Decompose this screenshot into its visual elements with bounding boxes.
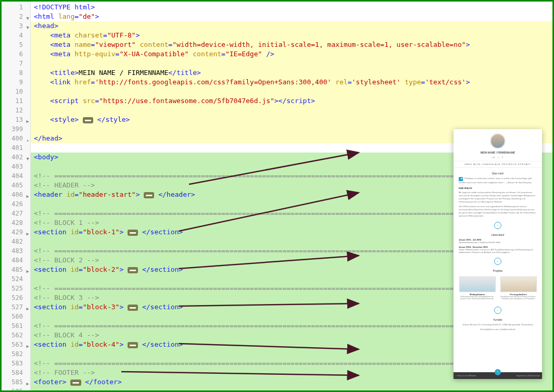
line-number: 429▶ [2,227,30,237]
code-line[interactable] [31,87,552,96]
code-line[interactable]: <title>MEIN NAME / FIRMENNAME</title> [31,68,552,78]
line-number: 4 [2,31,30,40]
divider-icon: ◦ [494,222,501,229]
line-number: 427 [2,209,30,218]
line-number: 8 [2,68,30,78]
line-number: 6 [2,49,30,59]
sub-text2: Seit 1999 erarbeite ich neue und ungewöh… [459,205,537,218]
line-number: 400▴ [2,134,30,143]
project-image [500,276,537,292]
line-number: 524 [2,274,30,284]
code-line[interactable]: <!DOCTYPE html> [31,3,552,12]
line-number: 485▶ [2,265,30,274]
line-number: 9 [2,78,30,87]
line-number: 1 [2,3,30,12]
code-line[interactable]: <meta name="viewport" content="width=dev… [31,40,552,49]
projects-row: Webapplikation Webanwendung einer Webapp… [454,274,542,302]
section-title-contact: Kontakt [454,318,542,321]
line-number: 426 [2,199,30,209]
line-number: 405 [2,181,30,190]
fold-badge[interactable]: ▬▬ [128,342,138,348]
gutter: 12▼3▼45678910111213▶399400▴401402▼403404… [2,2,31,390]
contact-text: Johann Bernard, Dr. Consulting GmbH 12, … [454,323,542,326]
line-number: 5 [2,40,30,49]
code-line[interactable] [31,387,552,390]
line-number: 10 [2,87,30,96]
line-number: 527▶ [2,302,30,312]
line-number: 482 [2,237,30,246]
code-line[interactable]: <head> [31,21,552,31]
line-number: 13▶ [2,115,30,124]
project-card: Fernzugslattform Erstellung eines Verkau… [500,276,537,300]
line-number: 483 [2,246,30,256]
page-preview: MEIN NAME / FIRMENNAME in ⌂ f ÜBER MICH … [454,129,542,379]
fold-badge[interactable]: ▬▬ [128,230,138,236]
section-title-about: Über mich [454,172,542,175]
quote-icon: ❝ [459,177,463,181]
line-number: 595 [2,387,30,392]
quote-block: ❝"Perfektion ist nicht dann erreicht, we… [454,177,542,184]
line-number: 561 [2,321,30,331]
section-title-cv: Lebenslauf [454,233,542,236]
fold-badge[interactable]: ▬▬ [128,305,138,311]
line-number: 484 [2,256,30,265]
code-line[interactable] [31,106,552,115]
cv-entry: Januar 2015 - Juli 2016Systemadministrat… [454,238,542,244]
line-number: 402▼ [2,153,30,162]
code-line[interactable] [31,59,552,68]
fold-badge[interactable]: ▬▬ [70,380,81,386]
line-number: 401 [2,143,30,153]
section-title-projects: Projekte [454,269,542,272]
line-number: 399 [2,124,30,134]
cv-entry: Januar 2014 - Dezember 2015Senior Webent… [454,246,542,254]
line-number: 12 [2,106,30,115]
line-number: 582 [2,349,30,359]
fold-badge[interactable]: ▬▬ [128,267,138,273]
sub-block: EINE SPALTE Mir liegt eine solide und pe… [454,187,542,218]
fold-badge[interactable]: ▬▬ [144,192,154,198]
code-line[interactable]: <script src="https://use.fontawesome.com… [31,96,552,106]
line-number: 404 [2,171,30,181]
avatar [490,133,506,149]
code-line[interactable]: <meta charset="UTF-8"> [31,31,552,40]
contact-text2: Kontakt@firma.com | info@kontakt.de [454,328,542,331]
line-number: 525 [2,284,30,293]
divider-icon: ◦ [494,258,501,265]
line-number: 584 [2,368,30,377]
code-line[interactable]: <meta http-equiv="X-UA-Compatible" conte… [31,49,552,59]
line-number: 560 [2,312,30,321]
line-number: 403 [2,162,30,171]
line-number: 526 [2,293,30,302]
divider-icon: ◦ [494,307,501,314]
preview-name: MEIN NAME / FIRMENNAME [454,151,542,154]
fold-badge[interactable]: ▬▬ [83,117,93,123]
preview-footer: ^ © Dies ist ein Website Impressum | Dat… [454,372,542,379]
line-number: 3▼ [2,21,30,31]
line-number: 583 [2,359,30,368]
code-line[interactable]: <style> ▬▬ </style> [31,115,552,124]
line-number: 585▶ [2,377,30,387]
code-line[interactable]: <link href='http://fonts.googleapis.com/… [31,78,552,87]
line-number: 2▼ [2,12,30,21]
project-image [459,276,496,292]
line-number: 563▶ [2,340,30,349]
line-number: 406▶ [2,190,30,199]
line-number: 7 [2,59,30,68]
social-icons: in ⌂ f [454,156,542,159]
preview-nav: ÜBER MICH LEBENSLAUF PROJEKTE KONTAKT [454,161,542,168]
line-number: 562 [2,331,30,340]
line-number: 428 [2,218,30,227]
sub-text1: Mir liegt eine solide und persönliche Be… [459,191,537,204]
sub-title: EINE SPALTE [459,187,537,190]
scroll-top-icon: ^ [495,369,501,375]
code-line[interactable]: <html lang="de"> [31,12,552,21]
project-card: Webapplikation Webanwendung einer Webapp… [459,276,496,300]
line-number: 11 [2,96,30,106]
